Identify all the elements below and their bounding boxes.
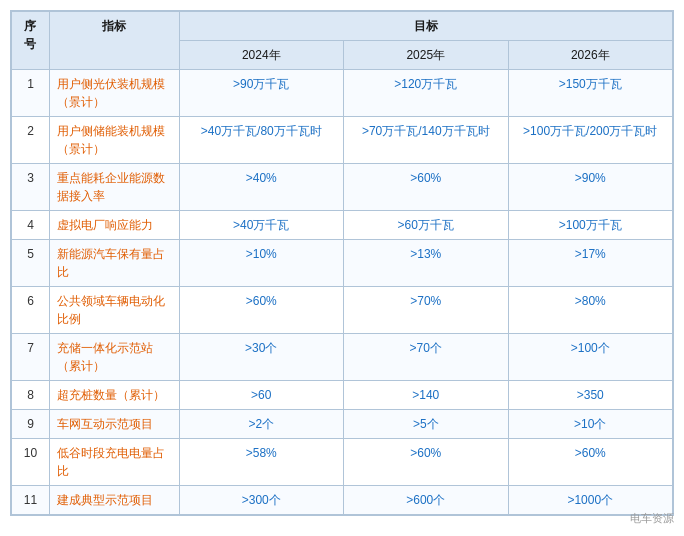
table-row: 9车网互动示范项目>2个>5个>10个	[12, 410, 673, 439]
cell-2024: >40万千瓦/80万千瓦时	[179, 117, 343, 164]
table-row: 4虚拟电厂响应能力>40万千瓦>60万千瓦>100万千瓦	[12, 211, 673, 240]
cell-num: 3	[12, 164, 50, 211]
table-body: 1用户侧光伏装机规模（景计）>90万千瓦>120万千瓦>150万千瓦2用户侧储能…	[12, 70, 673, 515]
cell-num: 1	[12, 70, 50, 117]
cell-2025: >70%	[344, 287, 508, 334]
cell-2025: >60%	[344, 164, 508, 211]
table-row: 11建成典型示范项目>300个>600个>1000个	[12, 486, 673, 515]
cell-2024: >40%	[179, 164, 343, 211]
cell-2026: >350	[508, 381, 673, 410]
header-2025: 2025年	[344, 41, 508, 70]
header-num: 序号	[12, 12, 50, 70]
cell-num: 11	[12, 486, 50, 515]
header-2026: 2026年	[508, 41, 673, 70]
cell-2026: >17%	[508, 240, 673, 287]
cell-2024: >10%	[179, 240, 343, 287]
table-row: 10低谷时段充电电量占比>58%>60%>60%	[12, 439, 673, 486]
cell-num: 7	[12, 334, 50, 381]
cell-2025: >70个	[344, 334, 508, 381]
cell-indicator: 公共领域车辆电动化 比例	[49, 287, 179, 334]
data-table: 序号 指标 目标 2024年 2025年 2026年 1用户侧光伏装机规模（景计…	[11, 11, 673, 515]
cell-2026: >150万千瓦	[508, 70, 673, 117]
table-row: 7充储一体化示范站（累计）>30个>70个>100个	[12, 334, 673, 381]
cell-indicator: 重点能耗企业能源数据接入率	[49, 164, 179, 211]
main-table-wrapper: 序号 指标 目标 2024年 2025年 2026年 1用户侧光伏装机规模（景计…	[10, 10, 674, 516]
cell-2026: >90%	[508, 164, 673, 211]
cell-indicator: 建成典型示范项目	[49, 486, 179, 515]
cell-2024: >40万千瓦	[179, 211, 343, 240]
cell-indicator: 用户侧储能装机规模（景计）	[49, 117, 179, 164]
cell-num: 9	[12, 410, 50, 439]
cell-2025: >120万千瓦	[344, 70, 508, 117]
cell-num: 6	[12, 287, 50, 334]
cell-2025: >600个	[344, 486, 508, 515]
header-row-1: 序号 指标 目标	[12, 12, 673, 41]
table-row: 3重点能耗企业能源数据接入率>40%>60%>90%	[12, 164, 673, 211]
cell-2026: >100个	[508, 334, 673, 381]
cell-indicator: 新能源汽车保有量占比	[49, 240, 179, 287]
cell-2024: >2个	[179, 410, 343, 439]
header-indicator: 指标	[49, 12, 179, 70]
cell-2024: >58%	[179, 439, 343, 486]
cell-2024: >60	[179, 381, 343, 410]
header-target: 目标	[179, 12, 672, 41]
cell-2024: >300个	[179, 486, 343, 515]
cell-num: 10	[12, 439, 50, 486]
cell-indicator: 车网互动示范项目	[49, 410, 179, 439]
cell-num: 5	[12, 240, 50, 287]
cell-2025: >5个	[344, 410, 508, 439]
cell-2026: >10个	[508, 410, 673, 439]
cell-2025: >13%	[344, 240, 508, 287]
cell-num: 8	[12, 381, 50, 410]
cell-indicator: 超充桩数量（累计）	[49, 381, 179, 410]
cell-2026: >80%	[508, 287, 673, 334]
header-2024: 2024年	[179, 41, 343, 70]
cell-num: 4	[12, 211, 50, 240]
cell-num: 2	[12, 117, 50, 164]
cell-indicator: 用户侧光伏装机规模（景计）	[49, 70, 179, 117]
cell-2024: >90万千瓦	[179, 70, 343, 117]
cell-2026: >60%	[508, 439, 673, 486]
cell-2024: >30个	[179, 334, 343, 381]
cell-2026: >100万千瓦	[508, 211, 673, 240]
cell-indicator: 低谷时段充电电量占比	[49, 439, 179, 486]
cell-2025: >70万千瓦/140万千瓦时	[344, 117, 508, 164]
watermark: 电车资源	[630, 511, 674, 526]
cell-2024: >60%	[179, 287, 343, 334]
table-row: 8超充桩数量（累计）>60>140>350	[12, 381, 673, 410]
table-row: 5新能源汽车保有量占比>10%>13%>17%	[12, 240, 673, 287]
cell-2026: >100万千瓦/200万千瓦时	[508, 117, 673, 164]
table-row: 1用户侧光伏装机规模（景计）>90万千瓦>120万千瓦>150万千瓦	[12, 70, 673, 117]
cell-indicator: 虚拟电厂响应能力	[49, 211, 179, 240]
table-row: 2用户侧储能装机规模（景计）>40万千瓦/80万千瓦时>70万千瓦/140万千瓦…	[12, 117, 673, 164]
cell-indicator: 充储一体化示范站（累计）	[49, 334, 179, 381]
cell-2025: >140	[344, 381, 508, 410]
table-row: 6公共领域车辆电动化 比例>60%>70%>80%	[12, 287, 673, 334]
cell-2025: >60万千瓦	[344, 211, 508, 240]
cell-2025: >60%	[344, 439, 508, 486]
